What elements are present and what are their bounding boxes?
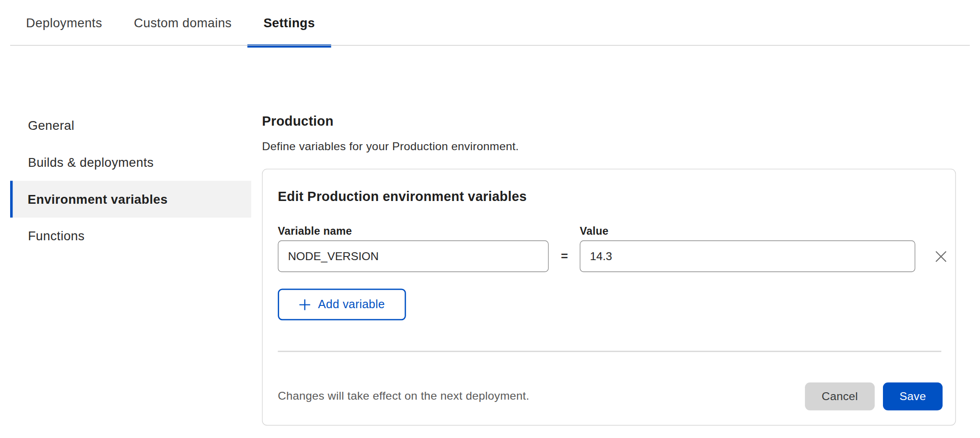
tab-bar-divider (10, 45, 970, 46)
remove-variable-button[interactable] (931, 247, 951, 265)
sidebar-item-builds-deployments[interactable]: Builds & deployments (10, 144, 251, 181)
cancel-button[interactable]: Cancel (805, 383, 875, 410)
tab-bar: Deployments Custom domains Settings (10, 0, 331, 46)
section-title: Production (262, 114, 334, 129)
footer-note: Changes will take effect on the next dep… (278, 389, 529, 403)
variable-value-input[interactable] (580, 240, 915, 272)
settings-sidebar: General Builds & deployments Environment… (10, 107, 251, 254)
add-variable-label: Add variable (318, 298, 384, 311)
plus-icon (299, 298, 311, 310)
section-description: Define variables for your Production env… (262, 140, 519, 153)
tab-custom-domains[interactable]: Custom domains (118, 0, 247, 46)
variable-name-input[interactable] (278, 240, 548, 272)
environment-variables-card: Edit Production environment variables Va… (262, 169, 956, 426)
sidebar-item-functions[interactable]: Functions (10, 218, 251, 255)
x-icon (933, 249, 948, 264)
variable-name-label: Variable name (278, 225, 352, 237)
tab-deployments[interactable]: Deployments (10, 0, 118, 46)
save-button[interactable]: Save (883, 383, 943, 410)
tab-settings[interactable]: Settings (248, 0, 331, 46)
card-title: Edit Production environment variables (278, 189, 527, 204)
sidebar-item-general[interactable]: General (10, 107, 251, 144)
card-footer-divider (278, 351, 941, 352)
page: Deployments Custom domains Settings Gene… (0, 0, 980, 438)
value-label: Value (580, 225, 609, 237)
add-variable-button[interactable]: Add variable (278, 289, 406, 321)
equals-sign: = (556, 240, 573, 272)
sidebar-item-environment-variables[interactable]: Environment variables (10, 181, 251, 218)
